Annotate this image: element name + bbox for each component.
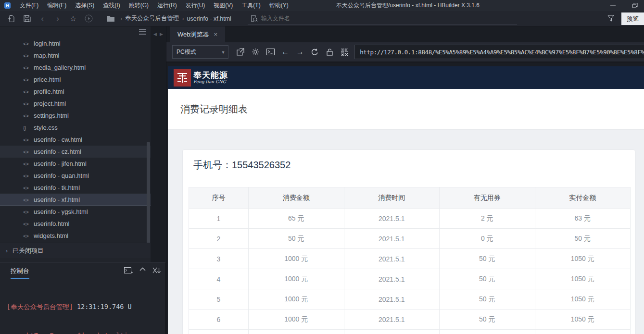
back-icon[interactable]: ← bbox=[278, 45, 292, 59]
file-item[interactable]: <> userinfo - cw.html bbox=[0, 134, 151, 146]
cell-amount: 1000 元 bbox=[249, 269, 344, 289]
menu-item[interactable]: 查找(I) bbox=[99, 0, 124, 11]
hamburger-icon[interactable] bbox=[139, 29, 146, 35]
file-item[interactable]: <> price.html bbox=[0, 74, 151, 86]
console-icon[interactable] bbox=[263, 45, 278, 59]
file-item[interactable]: <> userinfo - cz.html bbox=[0, 146, 151, 158]
menu-item[interactable]: 工具(T) bbox=[237, 0, 265, 11]
cell-paid: 63 元 bbox=[535, 209, 631, 229]
file-item[interactable]: <> userinfo - ygsk.html bbox=[0, 206, 151, 218]
menu-item[interactable]: 文件(F) bbox=[15, 0, 43, 11]
cell-amount: 1000 元 bbox=[249, 330, 344, 334]
file-item[interactable]: <> userinfo - quan.html bbox=[0, 170, 151, 182]
file-name: userinfo - xf.html bbox=[34, 196, 80, 203]
file-item[interactable]: {} style.css bbox=[0, 122, 151, 134]
cell-index: 7 bbox=[189, 330, 249, 334]
tab-scroll-arrows-icon[interactable]: ◀▶ bbox=[153, 32, 166, 37]
preview-button[interactable]: 预览 bbox=[621, 12, 644, 25]
collapse-icon[interactable] bbox=[139, 267, 146, 274]
console-tab[interactable]: 控制台 bbox=[11, 267, 29, 279]
file-name: media_gallery.html bbox=[34, 64, 86, 71]
file-name: userinfo - cw.html bbox=[34, 136, 82, 143]
unlock-icon[interactable] bbox=[323, 45, 337, 59]
menu-item[interactable]: 视图(V) bbox=[209, 0, 237, 11]
sidebar-scrollbar[interactable] bbox=[147, 142, 150, 252]
refresh-icon[interactable] bbox=[308, 45, 322, 59]
page-title: 消费记录明细表 bbox=[180, 103, 248, 116]
cell-paid: 1050 元 bbox=[535, 249, 631, 269]
gear-icon[interactable] bbox=[248, 45, 263, 59]
table-row: 6 1000 元 2021.5.1 50 元 1050 元 bbox=[189, 309, 631, 330]
file-item[interactable]: <> userinfo - xf.html bbox=[0, 194, 151, 206]
save-icon[interactable] bbox=[20, 12, 34, 25]
menu-item[interactable]: 选择(S) bbox=[71, 0, 99, 11]
cell-time: 2021.5.1 bbox=[344, 289, 440, 309]
cell-paid: 1050 元 bbox=[535, 269, 631, 289]
file-item[interactable]: <> settings.html bbox=[0, 110, 151, 122]
browser-toolbar: PC模式 ▾ ← → http://127.0.0.1:8848/%E5%A5%… bbox=[166, 42, 644, 62]
mode-select-value: PC模式 bbox=[177, 48, 196, 56]
minimize-icon[interactable] bbox=[607, 1, 618, 10]
logo-subtitle: Feng tian CNG bbox=[193, 79, 228, 85]
cell-time: 2021.5.1 bbox=[344, 309, 440, 330]
file-item[interactable]: <> media_gallery.html bbox=[0, 62, 151, 74]
main-toolbar: ‹ › ☆ › 奉天公众号后台管理 › userinfo - xf.html 预… bbox=[0, 11, 644, 26]
clear-console-icon[interactable] bbox=[152, 267, 161, 274]
file-name: userinfo - quan.html bbox=[34, 172, 89, 179]
forward-icon[interactable]: → bbox=[293, 45, 307, 59]
run-icon[interactable] bbox=[82, 12, 95, 25]
url-bar[interactable]: http://127.0.0.1:8848/%E5%A5%89%E5%A4%A9… bbox=[354, 45, 644, 59]
menu-item[interactable]: 帮助(Y) bbox=[265, 0, 293, 11]
close-icon[interactable]: × bbox=[214, 31, 217, 38]
file-item[interactable]: <> widgets.html bbox=[0, 230, 151, 242]
breadcrumb-file[interactable]: userinfo - xf.html bbox=[187, 15, 231, 22]
closed-projects-row[interactable]: › 已关闭项目 bbox=[0, 243, 151, 258]
col-header-coupon: 有无用券 bbox=[440, 187, 535, 209]
filter-icon[interactable] bbox=[607, 15, 614, 22]
file-name: profile.html bbox=[34, 88, 64, 95]
cell-amount: 1000 元 bbox=[249, 309, 344, 330]
menu-item[interactable]: 发行(U) bbox=[181, 0, 210, 11]
file-item[interactable]: <> userinfo - tk.html bbox=[0, 182, 151, 194]
phone-number: 15543526352 bbox=[232, 160, 290, 171]
window-title: 奉天公众号后台管理/userinfo - xf.html - HBuilder … bbox=[336, 0, 480, 11]
file-item[interactable]: <> userinfo - jifen.html bbox=[0, 158, 151, 170]
file-name: userinfo - ygsk.html bbox=[34, 208, 88, 215]
file-item[interactable]: <> project.html bbox=[0, 98, 151, 110]
cell-time: 2021.5.1 bbox=[344, 249, 440, 269]
open-external-icon[interactable] bbox=[233, 45, 248, 59]
chevron-right-icon: › bbox=[6, 247, 8, 254]
file-item[interactable]: <> map.html bbox=[0, 49, 151, 62]
record-card: 手机号：15543526352 序号 消费金额 消费时间 有无用券 实付金额 bbox=[182, 149, 635, 334]
menu-item[interactable]: 编辑(E) bbox=[43, 0, 71, 11]
file-type-icon: <> bbox=[23, 173, 34, 179]
file-type-icon: {} bbox=[23, 125, 34, 131]
file-item[interactable]: <> profile.html bbox=[0, 86, 151, 98]
project-sidebar: <> login.html <> map.html <> media_galle… bbox=[0, 26, 166, 262]
forward-icon[interactable]: › bbox=[51, 12, 64, 25]
mode-select[interactable]: PC模式 ▾ bbox=[172, 45, 228, 59]
new-console-icon[interactable] bbox=[124, 267, 133, 274]
tab-label: Web浏览器 bbox=[177, 30, 209, 39]
file-type-icon: <> bbox=[23, 101, 34, 107]
menu-item[interactable]: 运行(R) bbox=[153, 0, 181, 11]
heading-band: 消费记录明细表 bbox=[168, 89, 644, 130]
file-name: price.html bbox=[34, 76, 61, 83]
col-header-paid: 实付金额 bbox=[535, 187, 631, 209]
new-file-icon[interactable] bbox=[5, 12, 18, 25]
company-logo-icon bbox=[174, 69, 191, 87]
star-icon[interactable]: ☆ bbox=[66, 12, 80, 25]
file-item[interactable]: <> userinfo.html bbox=[0, 218, 151, 230]
file-type-icon: <> bbox=[23, 65, 34, 71]
file-type-icon: <> bbox=[23, 197, 34, 203]
qrcode-icon[interactable] bbox=[337, 45, 352, 59]
search-input[interactable] bbox=[261, 15, 502, 22]
breadcrumb-project[interactable]: 奉天公众号后台管理 bbox=[125, 14, 179, 23]
restore-icon[interactable] bbox=[630, 1, 640, 10]
menu-item[interactable]: 跳转(G) bbox=[125, 0, 153, 11]
file-item[interactable]: <> login.html bbox=[0, 37, 151, 49]
back-icon[interactable]: ‹ bbox=[36, 12, 49, 25]
file-type-icon: <> bbox=[23, 89, 34, 95]
tab-web-browser[interactable]: Web浏览器 × bbox=[170, 26, 225, 42]
cell-coupon: 50 元 bbox=[440, 309, 535, 330]
